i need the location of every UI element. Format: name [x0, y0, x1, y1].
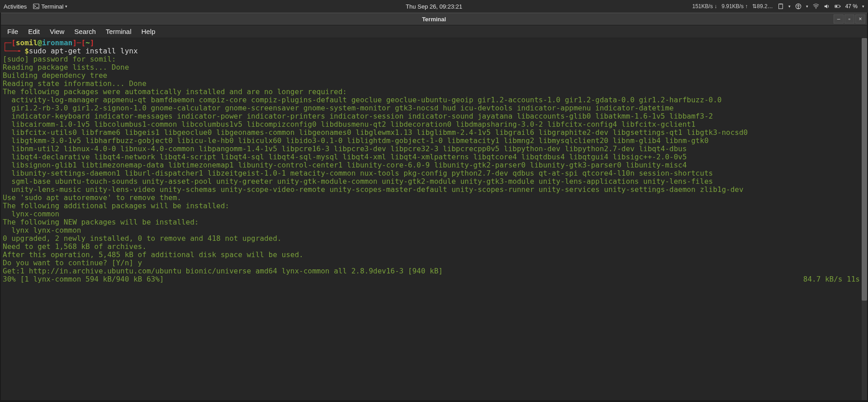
svg-rect-0 — [33, 4, 39, 9]
menu-search[interactable]: Search — [70, 27, 100, 36]
terminal-scrollbar[interactable] — [862, 38, 867, 400]
terminal-menubar: File Edit View Search Terminal Help — [1, 25, 867, 38]
net-up-speed: 9.91KB/s ↑ — [721, 3, 748, 10]
menu-terminal[interactable]: Terminal — [101, 27, 136, 36]
svg-rect-1 — [778, 4, 783, 9]
chevron-down-icon: ▾ — [65, 4, 67, 9]
wifi-icon[interactable] — [813, 3, 819, 10]
terminal-body[interactable]: ┌─[somil@ironman]─[~] └──╼ $sudo apt-get… — [1, 38, 862, 400]
window-titlebar[interactable]: Terminal – ▫ × — [1, 13, 867, 25]
window-close-button[interactable]: × — [855, 14, 865, 24]
net-down-speed: 151KB/s ↓ — [693, 3, 717, 10]
svg-rect-7 — [835, 5, 837, 7]
net-other: ⇅89.2… — [752, 3, 773, 10]
battery-percent: 47 % — [845, 3, 858, 10]
terminal-window: Terminal – ▫ × File Edit View Search Ter… — [1, 13, 867, 400]
svg-rect-8 — [840, 6, 840, 7]
menu-help[interactable]: Help — [137, 27, 160, 36]
terminal-icon — [33, 3, 39, 10]
volume-icon[interactable] — [824, 3, 830, 10]
svg-point-5 — [816, 8, 816, 9]
window-minimize-button[interactable]: – — [834, 14, 844, 24]
menu-edit[interactable]: Edit — [24, 27, 44, 36]
accessibility-icon[interactable] — [795, 3, 802, 10]
clipboard-icon[interactable] — [778, 3, 784, 10]
window-maximize-button[interactable]: ▫ — [844, 14, 854, 24]
chevron-down-icon: ▾ — [862, 4, 864, 9]
svg-point-4 — [798, 5, 799, 5]
topbar-app-menu[interactable]: Terminal ▾ — [33, 3, 67, 10]
menu-file[interactable]: File — [3, 27, 23, 36]
svg-rect-2 — [779, 4, 782, 5]
battery-icon[interactable] — [835, 3, 841, 10]
topbar-app-name: Terminal — [41, 3, 63, 10]
clock[interactable]: Thu Sep 26, 09:23:21 — [406, 3, 462, 10]
gnome-topbar: Activities Terminal ▾ Thu Sep 26, 09:23:… — [0, 0, 868, 13]
activities-button[interactable]: Activities — [4, 3, 27, 10]
chevron-down-icon: ▾ — [788, 4, 791, 9]
scrollbar-thumb[interactable] — [862, 38, 867, 301]
menu-view[interactable]: View — [45, 27, 69, 36]
chevron-down-icon: ▾ — [806, 4, 808, 9]
window-title: Terminal — [422, 16, 446, 23]
